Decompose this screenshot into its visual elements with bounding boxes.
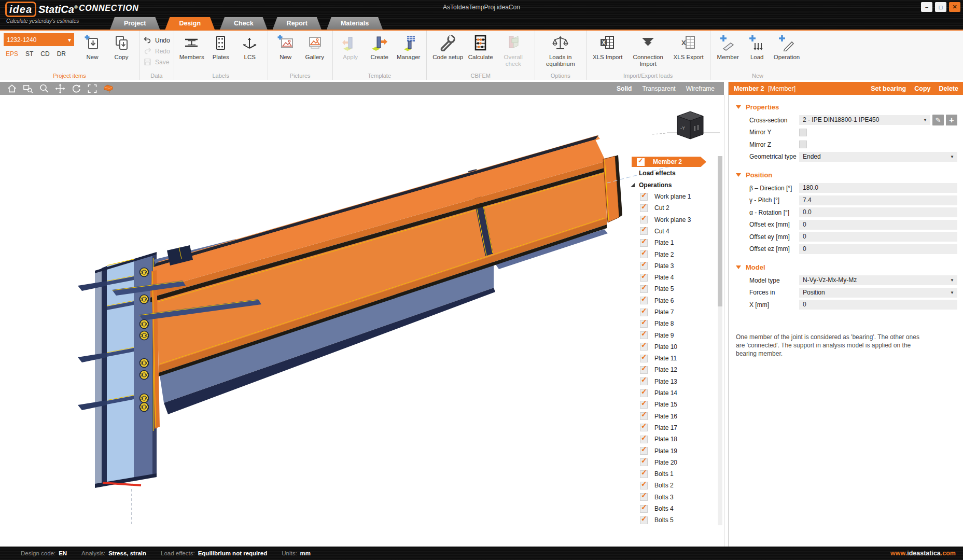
gallery-button[interactable]: Gallery xyxy=(301,33,329,61)
xls-import-button[interactable]: XXLS Import xyxy=(590,33,625,61)
zoom-window-icon[interactable] xyxy=(22,83,34,94)
checkbox[interactable]: ✓ xyxy=(637,158,645,166)
project-code-dr[interactable]: DR xyxy=(57,50,66,58)
checkbox[interactable]: ✓ xyxy=(640,482,648,489)
checkbox[interactable]: ✓ xyxy=(640,204,648,212)
checkbox[interactable]: ✓ xyxy=(640,297,648,304)
offset-ex-mm-field[interactable]: 0 xyxy=(799,220,957,230)
checkbox[interactable]: ✓ xyxy=(640,447,648,455)
tree-item-plate-5[interactable]: ✓Plate 5 xyxy=(624,283,716,295)
checkbox[interactable]: ✓ xyxy=(640,436,648,443)
nav-cube[interactable]: -Y xyxy=(652,111,720,139)
copy-button[interactable]: Copy xyxy=(107,33,135,61)
project-code-cd[interactable]: CD xyxy=(40,50,49,58)
viewport-3d[interactable]: -Y ✓Member 2Load effectsOperations✓Work … xyxy=(0,95,724,547)
tree-item-plate-19[interactable]: ✓Plate 19 xyxy=(624,445,716,456)
section-header-position[interactable]: Position xyxy=(736,171,963,179)
tree-section-load-effects[interactable]: Load effects xyxy=(624,167,716,179)
manager-button[interactable]: Manager xyxy=(395,33,423,61)
members-button[interactable]: Members xyxy=(178,33,206,61)
direction-field[interactable]: 180.0 xyxy=(799,183,957,193)
tree-item-plate-18[interactable]: ✓Plate 18 xyxy=(624,433,716,445)
mirror-z-checkbox[interactable] xyxy=(799,141,807,148)
tree-item-bolts-2[interactable]: ✓Bolts 2 xyxy=(624,480,716,491)
checkbox[interactable]: ✓ xyxy=(640,331,648,339)
tree-section-operations[interactable]: Operations xyxy=(624,179,716,191)
delete-button[interactable]: Delete xyxy=(939,85,958,92)
rotate-icon[interactable] xyxy=(71,83,82,94)
render-mode-wireframe[interactable]: Wireframe xyxy=(686,85,715,92)
tree-item-work-plane-3[interactable]: ✓Work plane 3 xyxy=(624,214,716,225)
checkbox[interactable]: ✓ xyxy=(640,493,648,501)
home-icon[interactable] xyxy=(6,83,18,94)
tree-item-plate-13[interactable]: ✓Plate 13 xyxy=(624,376,716,387)
checkbox[interactable]: ✓ xyxy=(640,274,648,282)
checkbox[interactable]: ✓ xyxy=(640,470,648,478)
tree-item-plate-4[interactable]: ✓Plate 4 xyxy=(624,272,716,283)
tree-item-member-2[interactable]: ✓Member 2 xyxy=(624,156,716,167)
checkbox[interactable]: ✓ xyxy=(640,389,648,397)
checkbox[interactable]: ✓ xyxy=(640,193,648,201)
checkbox[interactable]: ✓ xyxy=(640,285,648,293)
geometrical-type-field[interactable]: Ended▼ xyxy=(799,152,957,162)
tab-report[interactable]: Report xyxy=(273,17,322,30)
rotation-field[interactable]: 0.0 xyxy=(799,207,957,217)
operation-button[interactable]: Operation xyxy=(772,33,802,61)
tree-item-plate-12[interactable]: ✓Plate 12 xyxy=(624,364,716,375)
checkbox[interactable]: ✓ xyxy=(640,250,648,258)
tree-item-plate-3[interactable]: ✓Plate 3 xyxy=(624,260,716,272)
copy-button[interactable]: Copy xyxy=(914,85,930,92)
tree-item-plate-15[interactable]: ✓Plate 15 xyxy=(624,399,716,410)
tree-item-plate-1[interactable]: ✓Plate 1 xyxy=(624,237,716,248)
checkbox[interactable]: ✓ xyxy=(640,516,648,524)
set-bearing-button[interactable]: Set bearing xyxy=(871,85,906,92)
tree-item-plate-11[interactable]: ✓Plate 11 xyxy=(624,353,716,364)
connection-import-button[interactable]: Connection Import xyxy=(626,33,670,67)
calculate-button[interactable]: Calculate xyxy=(467,33,495,61)
plates-button[interactable]: Plates xyxy=(207,33,235,61)
tree-scrollbar[interactable] xyxy=(718,156,722,525)
checkbox[interactable]: ✓ xyxy=(640,227,648,235)
close-button[interactable]: ✕ xyxy=(949,2,960,12)
new-button[interactable]: New xyxy=(78,33,106,61)
add-cross-section-button[interactable]: + xyxy=(946,115,957,125)
tree-item-cut-2[interactable]: ✓Cut 2 xyxy=(624,202,716,214)
member-button[interactable]: Member xyxy=(714,33,742,61)
zoom-icon[interactable] xyxy=(38,83,50,94)
code-setup-button[interactable]: Code setup xyxy=(430,33,466,61)
tab-check[interactable]: Check xyxy=(220,17,268,30)
load-button[interactable]: Load xyxy=(743,33,771,61)
checkbox[interactable]: ✓ xyxy=(640,355,648,362)
section-header-properties[interactable]: Properties xyxy=(736,103,963,111)
tree-item-plate-20[interactable]: ✓Plate 20 xyxy=(624,457,716,468)
tree-item-work-plane-1[interactable]: ✓Work plane 1 xyxy=(624,191,716,202)
tree-item-plate-14[interactable]: ✓Plate 14 xyxy=(624,387,716,399)
tree-item-bolts-4[interactable]: ✓Bolts 4 xyxy=(624,503,716,514)
tab-materials[interactable]: Materials xyxy=(327,17,383,30)
model-type-field[interactable]: N-Vy-Vz-Mx-My-Mz▼ xyxy=(799,275,957,285)
tree-item-plate-16[interactable]: ✓Plate 16 xyxy=(624,411,716,422)
checkbox[interactable]: ✓ xyxy=(640,216,648,223)
new-button[interactable]: New xyxy=(272,33,300,61)
mirror-y-checkbox[interactable] xyxy=(799,129,807,136)
offset-ey-mm-field[interactable]: 0 xyxy=(799,232,957,242)
section-header-model[interactable]: Model xyxy=(736,263,963,271)
tree-item-bolts-1[interactable]: ✓Bolts 1 xyxy=(624,468,716,480)
edit-cross-section-button[interactable]: ✎ xyxy=(932,115,944,125)
project-code-st[interactable]: ST xyxy=(25,50,33,58)
checkbox[interactable]: ✓ xyxy=(640,309,648,316)
xls-export-button[interactable]: XXLS Export xyxy=(671,33,706,61)
pitch-field[interactable]: 7.4 xyxy=(799,195,957,205)
checkbox[interactable]: ✓ xyxy=(640,320,648,328)
project-item-selector[interactable]: 1232-1240▾ xyxy=(4,33,74,46)
checkbox[interactable]: ✓ xyxy=(640,424,648,431)
create-button[interactable]: Create xyxy=(366,33,394,61)
project-code-eps[interactable]: EPS xyxy=(6,50,18,58)
maximize-button[interactable]: □ xyxy=(935,2,946,12)
checkbox[interactable]: ✓ xyxy=(640,239,648,247)
cross-section-field[interactable]: 2 - IPE DIN18800-1 IPE450▼ xyxy=(799,115,930,125)
tree-item-plate-7[interactable]: ✓Plate 7 xyxy=(624,306,716,318)
tree-item-bolts-5[interactable]: ✓Bolts 5 xyxy=(624,514,716,526)
tab-design[interactable]: Design xyxy=(165,17,215,30)
tree-item-plate-17[interactable]: ✓Plate 17 xyxy=(624,422,716,433)
